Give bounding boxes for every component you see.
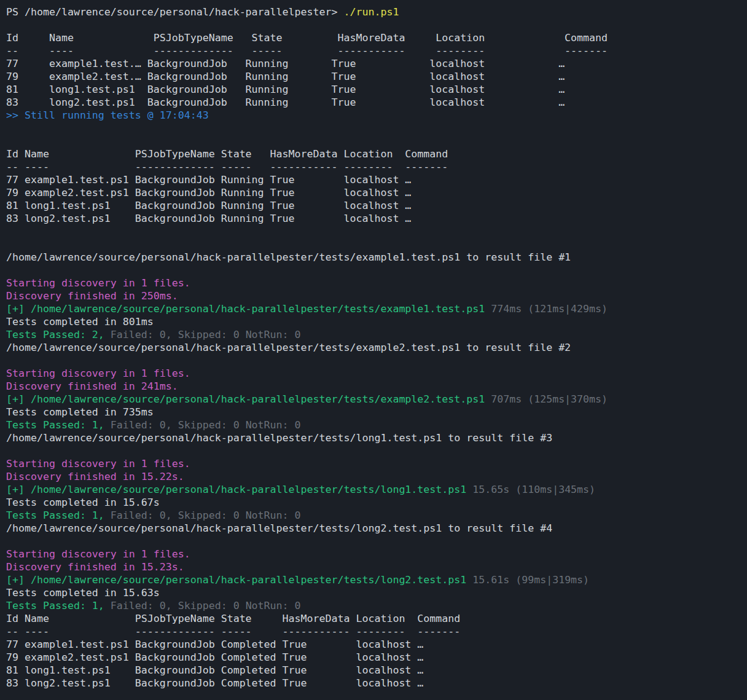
terminal-line: Tests Passed: 1, Failed: 0, Skipped: 0 N… (6, 509, 747, 522)
table3-row: 81 long1.test.ps1 BackgroundJob Complete… (6, 664, 423, 676)
discovery-start: Starting discovery in 1 files. (6, 368, 190, 379)
test-duration: 774ms (121ms|429ms) (485, 303, 608, 315)
terminal-line: Discovery finished in 250ms. (6, 289, 747, 302)
terminal-line (6, 225, 747, 238)
tests-completed: Tests completed in 735ms (6, 406, 154, 418)
terminal-line: 83 long2.test.ps1 BackgroundJob Running … (6, 96, 747, 109)
result-file-line: /home/lawrence/source/personal/hack-para… (6, 522, 552, 534)
terminal-line: /home/lawrence/source/personal/hack-para… (6, 522, 747, 535)
table1-row: 77 example1.test.… BackgroundJob Running… (6, 58, 565, 69)
terminal-line: Starting discovery in 1 files. (6, 367, 747, 380)
terminal-line: Id Name PSJobTypeName State HasMoreData … (6, 31, 747, 44)
terminal-line: 81 long1.test.ps1 BackgroundJob Running … (6, 83, 747, 96)
prompt: PS /home/lawrence/source/personal/hack-p… (6, 6, 343, 18)
tests-other-counts: Failed: 0, Skipped: 0 NotRun: 0 (111, 509, 301, 521)
terminal-line: 83 long2.test.ps1 BackgroundJob Running … (6, 212, 747, 225)
tests-completed: Tests completed in 15.63s (6, 587, 160, 599)
terminal-line: -- ---- ------------- ----- ----------- … (6, 160, 747, 173)
table3-divider: -- ---- ------------- ----- ----------- … (6, 626, 460, 637)
terminal-line: 77 example1.test.ps1 BackgroundJob Compl… (6, 638, 747, 651)
terminal-line (6, 444, 747, 457)
terminal-line (6, 18, 747, 31)
terminal-line (6, 122, 747, 135)
terminal-line: Discovery finished in 15.23s. (6, 560, 747, 573)
terminal-line: -- ---- ------------- ----- ----------- … (6, 44, 747, 57)
result-file-line: /home/lawrence/source/personal/hack-para… (6, 251, 571, 263)
table1-row: 79 example2.test.… BackgroundJob Running… (6, 71, 565, 82)
terminal-line: Tests completed in 15.67s (6, 496, 747, 509)
terminal-line: Tests completed in 15.63s (6, 586, 747, 599)
discovery-finish: Discovery finished in 15.22s. (6, 471, 184, 482)
terminal-line: >> Still running tests @ 17:04:43 (6, 109, 747, 122)
tests-other-counts: Failed: 0, Skipped: 0 NotRun: 0 (111, 329, 301, 340)
terminal-line: 77 example1.test.… BackgroundJob Running… (6, 57, 747, 70)
test-result-pass: [+] /home/lawrence/source/personal/hack-… (6, 393, 485, 405)
terminal-line: Id Name PSJobTypeName State HasMoreData … (6, 147, 747, 160)
test-result-pass: [+] /home/lawrence/source/personal/hack-… (6, 484, 466, 495)
terminal-line: Tests Passed: 1, Failed: 0, Skipped: 0 N… (6, 419, 747, 431)
table3-row: 83 long2.test.ps1 BackgroundJob Complete… (6, 677, 423, 689)
discovery-finish: Discovery finished in 250ms. (6, 290, 178, 302)
tests-passed: Tests Passed: 1, (6, 419, 111, 431)
tests-completed: Tests completed in 801ms (6, 316, 154, 328)
terminal-line: Discovery finished in 15.22s. (6, 470, 747, 483)
tests-completed: Tests completed in 15.67s (6, 497, 160, 508)
terminal[interactable]: PS /home/lawrence/source/personal/hack-p… (0, 0, 747, 700)
test-duration: 707ms (125ms|370ms) (485, 393, 608, 405)
tests-other-counts: Failed: 0, Skipped: 0 NotRun: 0 (111, 600, 301, 612)
test-duration: 15.61s (99ms|319ms) (466, 574, 589, 586)
terminal-line: Starting discovery in 1 files. (6, 277, 747, 289)
terminal-line: /home/lawrence/source/personal/hack-para… (6, 251, 747, 264)
table1-divider: -- ---- ------------- ----- ----------- … (6, 45, 608, 57)
discovery-start: Starting discovery in 1 files. (6, 277, 190, 289)
terminal-line: PS /home/lawrence/source/personal/hack-p… (6, 6, 747, 18)
terminal-line: 79 example2.test.… BackgroundJob Running… (6, 70, 747, 83)
table3-row: 77 example1.test.ps1 BackgroundJob Compl… (6, 639, 423, 650)
terminal-line: Discovery finished in 241ms. (6, 380, 747, 393)
terminal-line: Tests Passed: 2, Failed: 0, Skipped: 0 N… (6, 328, 747, 341)
terminal-line: 81 long1.test.ps1 BackgroundJob Running … (6, 199, 747, 212)
terminal-line: 79 example2.test.ps1 BackgroundJob Runni… (6, 186, 747, 199)
table3-header: Id Name PSJobTypeName State HasMoreData … (6, 613, 460, 624)
terminal-line (6, 354, 747, 367)
table1-row: 83 long2.test.ps1 BackgroundJob Running … (6, 96, 565, 108)
discovery-start: Starting discovery in 1 files. (6, 548, 190, 560)
terminal-line: [+] /home/lawrence/source/personal/hack-… (6, 393, 747, 406)
terminal-line (6, 264, 747, 277)
test-result-pass: [+] /home/lawrence/source/personal/hack-… (6, 303, 485, 315)
terminal-line: 77 example1.test.ps1 BackgroundJob Runni… (6, 173, 747, 186)
terminal-line: Tests Passed: 1, Failed: 0, Skipped: 0 N… (6, 599, 747, 612)
tests-other-counts: Failed: 0, Skipped: 0 NotRun: 0 (111, 419, 301, 431)
terminal-line: Starting discovery in 1 files. (6, 548, 747, 560)
terminal-line: 79 example2.test.ps1 BackgroundJob Compl… (6, 651, 747, 664)
table2-row: 79 example2.test.ps1 BackgroundJob Runni… (6, 187, 411, 199)
table2-divider: -- ---- ------------- ----- ----------- … (6, 161, 448, 173)
terminal-line: [+] /home/lawrence/source/personal/hack-… (6, 302, 747, 315)
table2-row: 81 long1.test.ps1 BackgroundJob Running … (6, 200, 411, 211)
terminal-line: 81 long1.test.ps1 BackgroundJob Complete… (6, 664, 747, 677)
test-duration: 15.65s (110ms|345ms) (466, 484, 595, 495)
terminal-line: Tests completed in 735ms (6, 406, 747, 419)
terminal-line: [+] /home/lawrence/source/personal/hack-… (6, 573, 747, 586)
terminal-line: Starting discovery in 1 files. (6, 457, 747, 470)
table2-row: 77 example1.test.ps1 BackgroundJob Runni… (6, 174, 411, 186)
discovery-finish: Discovery finished in 15.23s. (6, 561, 184, 573)
status-line: >> Still running tests @ 17:04:43 (6, 109, 209, 121)
table2-header: Id Name PSJobTypeName State HasMoreData … (6, 148, 448, 160)
test-result-pass: [+] /home/lawrence/source/personal/hack-… (6, 574, 466, 586)
terminal-line: Id Name PSJobTypeName State HasMoreData … (6, 612, 747, 625)
result-file-line: /home/lawrence/source/personal/hack-para… (6, 432, 552, 444)
discovery-finish: Discovery finished in 241ms. (6, 380, 178, 392)
terminal-line: /home/lawrence/source/personal/hack-para… (6, 431, 747, 444)
terminal-line: [+] /home/lawrence/source/personal/hack-… (6, 483, 747, 496)
terminal-line (6, 135, 747, 147)
terminal-line (6, 535, 747, 548)
tests-passed: Tests Passed: 1, (6, 600, 111, 612)
terminal-line (6, 238, 747, 251)
terminal-line: /home/lawrence/source/personal/hack-para… (6, 341, 747, 354)
discovery-start: Starting discovery in 1 files. (6, 458, 190, 470)
table2-row: 83 long2.test.ps1 BackgroundJob Running … (6, 213, 411, 224)
table1-header: Id Name PSJobTypeName State HasMoreData … (6, 32, 608, 44)
table3-row: 79 example2.test.ps1 BackgroundJob Compl… (6, 651, 423, 663)
result-file-line: /home/lawrence/source/personal/hack-para… (6, 342, 571, 353)
